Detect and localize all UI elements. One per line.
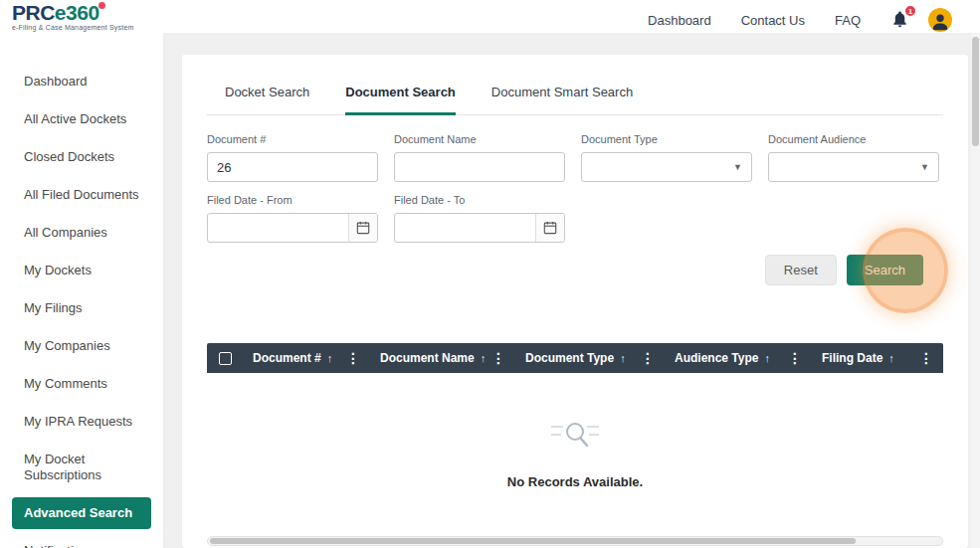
column-label[interactable]: Filing Date — [822, 351, 882, 365]
document-audience-label: Document Audience — [768, 133, 939, 145]
horizontal-scrollbar[interactable] — [207, 536, 943, 546]
column-header-filing-date: Filing Date ↑ ⋮ — [812, 343, 943, 373]
sidebar-item-all-companies[interactable]: All Companies — [0, 214, 163, 252]
notifications-bell-icon[interactable]: 1 — [890, 10, 910, 30]
document-number-input[interactable] — [207, 152, 378, 182]
notification-badge: 1 — [903, 4, 917, 18]
sort-asc-icon[interactable]: ↑ — [620, 352, 626, 364]
sidebar-item-my-dockets[interactable]: My Dockets — [0, 252, 163, 289]
nav-dashboard[interactable]: Dashboard — [648, 13, 711, 28]
column-label[interactable]: Document # — [253, 351, 321, 365]
logo-text-prc: PRC — [12, 1, 55, 24]
sidebar: Dashboard All Active Dockets Closed Dock… — [0, 33, 164, 548]
form-actions: Reset Search — [207, 255, 943, 285]
tab-docket-search[interactable]: Docket Search — [225, 85, 309, 115]
search-tabs: Docket Search Document Search Document S… — [207, 85, 943, 115]
results-table-header: Document # ↑ ⋮ Document Name ↑ ⋮ Documen… — [207, 343, 943, 373]
sidebar-item-my-ipra-requests[interactable]: My IPRA Requests — [0, 403, 163, 441]
document-audience-field: Document Audience ▼ — [768, 133, 939, 182]
document-number-field: Document # — [207, 133, 378, 182]
sidebar-item-my-filings[interactable]: My Filings — [0, 289, 163, 327]
sort-asc-icon[interactable]: ↑ — [888, 352, 894, 364]
filed-date-to-field: Filed Date - To — [394, 194, 565, 243]
top-header: PRCe360 e-Filing & Case Management Syste… — [0, 0, 980, 33]
main-content: Docket Search Document Search Document S… — [164, 33, 980, 548]
vertical-scrollbar[interactable] — [971, 33, 980, 548]
sidebar-item-my-docket-subscriptions[interactable]: My Docket Subscriptions — [0, 441, 163, 494]
vertical-scrollbar-thumb[interactable] — [972, 37, 979, 146]
advanced-search-card: Docket Search Document Search Document S… — [182, 55, 968, 548]
document-type-field: Document Type ▼ — [581, 133, 752, 182]
sort-asc-icon[interactable]: ↑ — [481, 352, 487, 364]
logo-text-e360: e360 — [55, 1, 99, 24]
chevron-down-icon: ▼ — [920, 162, 929, 172]
search-form-row-2: Filed Date - From — [207, 194, 943, 243]
filed-date-to-label: Filed Date - To — [394, 194, 565, 206]
logo-tagline: e-Filing & Case Management System — [12, 24, 134, 31]
sidebar-item-advanced-search[interactable]: Advanced Search — [12, 497, 151, 529]
column-menu-icon[interactable]: ⋮ — [344, 350, 362, 366]
column-menu-icon[interactable]: ⋮ — [786, 350, 804, 366]
column-label[interactable]: Audience Type — [675, 351, 758, 365]
sidebar-item-all-filed-documents[interactable]: All Filed Documents — [0, 176, 163, 214]
user-avatar[interactable] — [928, 8, 952, 32]
sidebar-item-notifications[interactable]: Notifications — [0, 532, 163, 548]
nav-faq[interactable]: FAQ — [835, 13, 861, 28]
sidebar-item-dashboard[interactable]: Dashboard — [0, 63, 163, 100]
search-button[interactable]: Search — [847, 255, 923, 285]
results-table: Document # ↑ ⋮ Document Name ↑ ⋮ Documen… — [207, 343, 943, 546]
document-name-label: Document Name — [394, 133, 565, 145]
empty-state-message: No Records Available. — [507, 474, 643, 489]
document-number-label: Document # — [207, 133, 378, 145]
column-label[interactable]: Document Name — [380, 351, 475, 365]
sidebar-item-my-comments[interactable]: My Comments — [0, 365, 163, 403]
column-menu-icon[interactable]: ⋮ — [639, 350, 657, 366]
horizontal-scrollbar-thumb[interactable] — [210, 538, 856, 544]
document-type-select[interactable]: ▼ — [581, 152, 752, 182]
column-menu-icon[interactable]: ⋮ — [917, 350, 935, 366]
select-all-checkbox[interactable] — [219, 352, 232, 365]
calendar-icon[interactable] — [535, 214, 564, 242]
filed-date-from-field: Filed Date - From — [207, 194, 378, 243]
column-menu-icon[interactable]: ⋮ — [490, 350, 507, 366]
chevron-down-icon: ▼ — [733, 162, 742, 172]
filed-date-from-label: Filed Date - From — [207, 194, 378, 206]
no-records-illustration — [549, 419, 601, 453]
column-header-audience-type: Audience Type ↑ ⋮ — [665, 343, 812, 373]
tab-document-smart-search[interactable]: Document Smart Search — [491, 85, 633, 115]
header-icons: 1 — [890, 8, 952, 32]
column-header-document-name: Document Name ↑ ⋮ — [370, 343, 515, 373]
sort-asc-icon[interactable]: ↑ — [764, 352, 770, 364]
sidebar-item-my-companies[interactable]: My Companies — [0, 327, 163, 365]
document-name-input[interactable] — [394, 152, 565, 182]
document-audience-select[interactable]: ▼ — [768, 152, 939, 182]
tab-document-search[interactable]: Document Search — [345, 85, 456, 115]
sort-asc-icon[interactable]: ↑ — [327, 352, 333, 364]
person-icon — [929, 10, 951, 32]
results-table-body: No Records Available. — [207, 373, 943, 536]
document-type-label: Document Type — [581, 133, 752, 145]
column-header-document-type: Document Type ↑ ⋮ — [515, 343, 665, 373]
calendar-icon[interactable] — [348, 214, 377, 242]
select-all-cell — [207, 343, 243, 373]
nav-contact-us[interactable]: Contact Us — [741, 13, 805, 28]
logo-dot — [98, 2, 105, 9]
reset-button[interactable]: Reset — [765, 255, 837, 285]
sidebar-item-closed-dockets[interactable]: Closed Dockets — [0, 138, 163, 176]
top-navigation: Dashboard Contact Us FAQ 1 — [648, 2, 952, 32]
search-form-row-1: Document # Document Name Document Type ▼… — [207, 133, 943, 182]
column-label[interactable]: Document Type — [525, 351, 614, 365]
document-name-field: Document Name — [394, 133, 565, 182]
app-logo[interactable]: PRCe360 e-Filing & Case Management Syste… — [12, 2, 134, 31]
sidebar-item-all-active-dockets[interactable]: All Active Dockets — [0, 100, 163, 138]
column-header-document-number: Document # ↑ ⋮ — [243, 343, 370, 373]
